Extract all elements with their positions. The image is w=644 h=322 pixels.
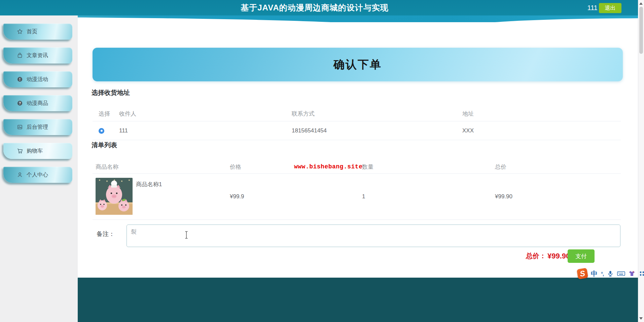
order-confirm-banner: 确认下单 [93, 48, 623, 81]
question-icon: ? [17, 100, 23, 106]
sogou-logo-icon[interactable]: S [577, 268, 588, 279]
col-recipient: 收件人 [119, 110, 292, 118]
warning-icon [17, 76, 23, 82]
svg-text:?: ? [19, 102, 21, 105]
page-footer [78, 278, 638, 322]
ime-punctuation-icon[interactable]: °, [601, 271, 604, 277]
bag-icon [17, 52, 23, 58]
product-total: ¥99.90 [495, 174, 621, 219]
site-watermark: www.bishebang.site [294, 163, 362, 170]
address-value: XXX [462, 127, 621, 134]
skin-shirt-icon[interactable] [629, 270, 635, 277]
address-row: 111 18156541454 XXX [93, 121, 621, 140]
sidebar-item-products[interactable]: ? 动漫商品 [3, 95, 72, 111]
address-radio-selected[interactable] [99, 128, 104, 134]
remark-label: 备注： [97, 230, 115, 238]
scroll-up-arrow[interactable] [639, 2, 643, 5]
scroll-down-arrow[interactable] [639, 317, 643, 320]
logout-button[interactable]: 退出 [599, 3, 621, 13]
product-name: 商品名称1 [136, 180, 162, 188]
sidebar-item-admin[interactable]: 后台管理 [3, 119, 72, 135]
sidebar-item-profile[interactable]: 个人中心 [3, 167, 72, 183]
remark-textarea[interactable]: 裂 [127, 225, 620, 247]
total-label: 总价： [526, 251, 546, 260]
text-cursor-pointer [184, 231, 188, 239]
col-product-name: 商品名称 [93, 163, 230, 171]
sidebar-item-activities[interactable]: 动漫活动 [3, 71, 72, 87]
col-total: 总价 [495, 163, 621, 171]
cart-icon [17, 148, 23, 154]
address-section-title: 选择收货地址 [92, 88, 130, 97]
sidebar-item-cart[interactable]: 购物车 [3, 143, 72, 159]
page-title: 基于JAVA的动漫周边商城的设计与实现 [241, 2, 388, 13]
sidebar: 首页 文章资讯 动漫活动 ? 动漫商品 后台管理 购物车 个人中心 [0, 15, 78, 322]
ime-toolbar: S 中 °, [577, 268, 644, 280]
contact-value: 18156541454 [292, 127, 462, 134]
product-price: ¥99.9 [230, 174, 294, 219]
sidebar-item-home[interactable]: 首页 [3, 24, 72, 40]
col-quantity: 数量 [362, 163, 495, 171]
address-table: 选择 收件人 联系方式 地址 111 18156541454 XXX [93, 106, 621, 140]
cart-section-title: 清单列表 [92, 141, 117, 150]
header-wave-decoration [0, 15, 638, 22]
col-contact: 联系方式 [292, 110, 462, 118]
cart-table-header: 商品名称 价格 www.bishebang.site 数量 总价 [93, 160, 621, 174]
sidebar-item-articles[interactable]: 文章资讯 [3, 47, 72, 64]
picture-icon [17, 124, 23, 130]
product-quantity: 1 [362, 174, 495, 219]
sidebar-item-label: 个人中心 [27, 171, 48, 178]
order-summary: 总价： ¥99.90 [526, 251, 570, 260]
sidebar-item-label: 购物车 [27, 148, 43, 155]
star-icon [17, 29, 23, 35]
sidebar-item-label: 后台管理 [27, 124, 48, 131]
microphone-icon[interactable] [607, 270, 614, 277]
cart-row: 商品名称1 ¥99.9 1 ¥99.90 [93, 174, 621, 220]
app-window: 基于JAVA的动漫周边商城的设计与实现 111 退出 首页 文章资讯 动漫活动 … [0, 0, 644, 322]
topbar: 基于JAVA的动漫周边商城的设计与实现 111 退出 [0, 0, 644, 15]
ime-chinese-mode-icon[interactable]: 中 [591, 269, 598, 278]
scrollbar-thumb[interactable] [639, 7, 643, 54]
total-value: ¥99.90 [547, 252, 570, 260]
sidebar-item-label: 文章资讯 [27, 52, 48, 59]
address-table-header: 选择 收件人 联系方式 地址 [93, 106, 621, 121]
banner-title: 确认下单 [333, 57, 382, 72]
ime-more-grid-icon[interactable] [639, 270, 644, 277]
keyboard-icon[interactable] [617, 270, 625, 277]
user-icon [17, 172, 23, 178]
col-address: 地址 [462, 110, 621, 118]
username: 111 [587, 0, 598, 15]
sidebar-item-label: 动漫活动 [27, 76, 48, 83]
pay-button[interactable]: 支付 [568, 249, 595, 263]
recipient-value: 111 [119, 127, 292, 134]
sidebar-item-label: 首页 [27, 28, 37, 35]
cart-table: 商品名称 价格 www.bishebang.site 数量 总价 [93, 160, 621, 220]
product-image [96, 178, 133, 215]
sidebar-item-label: 动漫商品 [27, 100, 48, 107]
col-select: 选择 [93, 110, 119, 118]
col-price: 价格 [230, 163, 294, 171]
